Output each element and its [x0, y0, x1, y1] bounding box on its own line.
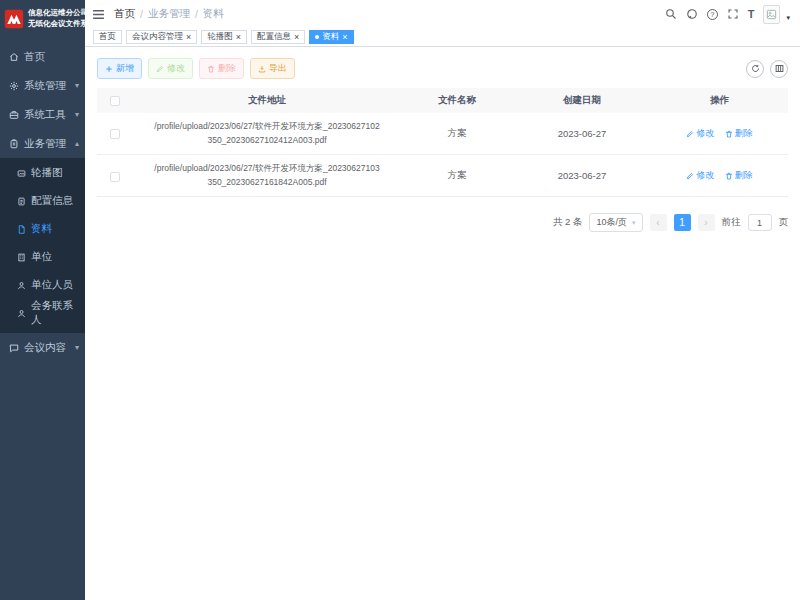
app-title: 信息化运维分公司 无纸化会议文件系统: [28, 8, 96, 30]
sidebar-item-conference-contact[interactable]: 会务联系人: [0, 299, 85, 327]
caret-down-icon[interactable]: ▾: [786, 14, 790, 24]
sidebar-item-carousel[interactable]: 轮播图: [0, 159, 85, 187]
create-date-cell: 2023-06-27: [513, 155, 651, 197]
chevron-up-icon: ▴: [75, 139, 79, 148]
sidebar-item-label: 资料: [31, 222, 52, 236]
tab-carousel[interactable]: 轮播图 ×: [201, 30, 247, 44]
active-dot: [315, 35, 319, 39]
font-size-icon[interactable]: T: [748, 8, 755, 20]
sidebar-item-label: 配置信息: [31, 194, 73, 208]
add-button-label: 新增: [116, 62, 134, 75]
sidebar-item-business-mgmt[interactable]: 业务管理 ▴: [0, 129, 85, 158]
refresh-icon[interactable]: [746, 60, 764, 78]
row-edit-label: 修改: [696, 169, 714, 182]
page-number-button[interactable]: 1: [674, 214, 691, 231]
trash-icon: [207, 65, 215, 73]
sidebar-item-label: 业务管理: [24, 137, 66, 151]
toolbar: 新增 修改 删除 导出: [97, 58, 788, 79]
close-icon[interactable]: ×: [342, 33, 347, 42]
app-title-line2: 无纸化会议文件系统: [28, 19, 96, 30]
header-operations: 操作: [651, 88, 788, 113]
row-delete-link[interactable]: 删除: [725, 127, 753, 140]
goto-page-input[interactable]: [748, 214, 772, 231]
breadcrumb-home[interactable]: 首页: [114, 7, 135, 21]
delete-button[interactable]: 删除: [199, 58, 244, 79]
table-header-row: 文件地址 文件名称 创建日期 操作: [97, 88, 788, 113]
sidebar-item-label: 会务联系人: [31, 299, 79, 327]
table-row: /profile/upload/2023/06/27/软件开发环境方案_2023…: [97, 113, 788, 155]
table-row: /profile/upload/2023/06/27/软件开发环境方案_2023…: [97, 155, 788, 197]
chat-icon: [9, 343, 19, 353]
header-file-name: 文件名称: [401, 88, 513, 113]
sidebar-item-system-mgmt[interactable]: 系统管理 ▾: [0, 71, 85, 100]
header-create-date: 创建日期: [513, 88, 651, 113]
tab-label: 轮播图: [207, 31, 233, 43]
row-delete-link[interactable]: 删除: [725, 169, 753, 182]
breadcrumb-separator: /: [140, 8, 143, 20]
operations-cell: 修改 删除: [651, 113, 788, 155]
edit-button[interactable]: 修改: [148, 58, 193, 79]
breadcrumb-business-mgmt: 业务管理: [148, 7, 190, 21]
page-size-value: 10条/页: [596, 216, 627, 229]
logo[interactable]: 信息化运维分公司 无纸化会议文件系统: [0, 0, 85, 38]
select-all-checkbox[interactable]: [110, 96, 120, 106]
app-root: 信息化运维分公司 无纸化会议文件系统 首页 系统管理 ▾ 系统工具 ▾ 业务: [0, 0, 800, 600]
sidebar-item-home[interactable]: 首页: [0, 42, 85, 71]
sidebar-item-label: 首页: [24, 50, 45, 64]
top-navbar: 首页 / 业务管理 / 资料 ? T ▾: [85, 0, 800, 28]
sidebar-item-unit-personnel[interactable]: 单位人员: [0, 271, 85, 299]
avatar[interactable]: [763, 5, 780, 24]
columns-icon[interactable]: [770, 60, 788, 78]
file-path-cell: /profile/upload/2023/06/27/软件开发环境方案_2023…: [133, 113, 401, 155]
fullscreen-icon[interactable]: [727, 8, 739, 20]
row-delete-label: 删除: [735, 127, 753, 140]
page-size-select[interactable]: 10条/页 ▾: [589, 213, 642, 232]
operations-cell: 修改 删除: [651, 155, 788, 197]
sidebar-item-label: 单位: [31, 250, 52, 264]
tab-materials[interactable]: 资料 ×: [309, 30, 353, 44]
contact-icon: [17, 309, 26, 318]
tab-config-info[interactable]: 配置信息 ×: [251, 30, 305, 44]
row-edit-link[interactable]: 修改: [686, 169, 714, 182]
header-checkbox-cell: [97, 88, 133, 113]
tab-label: 会议内容管理: [132, 31, 183, 43]
file-icon: [17, 225, 26, 234]
chevron-down-icon: ▾: [75, 343, 79, 352]
export-button[interactable]: 导出: [250, 58, 295, 79]
prev-page-button[interactable]: ‹: [650, 214, 667, 231]
sidebar-item-label: 系统管理: [24, 79, 66, 93]
breadcrumb-materials: 资料: [203, 7, 224, 21]
row-checkbox[interactable]: [110, 129, 120, 139]
goto-label: 前往: [722, 216, 741, 229]
sidebar-item-config-info[interactable]: 配置信息: [0, 187, 85, 215]
close-icon[interactable]: ×: [236, 33, 241, 42]
sidebar-menu: 首页 系统管理 ▾ 系统工具 ▾ 业务管理 ▴ 轮播图: [0, 38, 85, 362]
materials-table: 文件地址 文件名称 创建日期 操作 /profile/upload/2023/0…: [97, 88, 788, 197]
chevron-down-icon: ▾: [75, 81, 79, 90]
toolbox-icon: [9, 110, 19, 120]
sidebar-item-system-tools[interactable]: 系统工具 ▾: [0, 100, 85, 129]
github-icon[interactable]: [686, 8, 698, 20]
tab-home[interactable]: 首页: [93, 30, 122, 44]
row-delete-label: 删除: [735, 169, 753, 182]
sidebar-item-label: 系统工具: [24, 108, 66, 122]
sidebar-item-label: 轮播图: [31, 166, 63, 180]
sidebar-item-unit[interactable]: 单位: [0, 243, 85, 271]
help-icon[interactable]: ?: [707, 9, 718, 20]
sidebar-item-materials[interactable]: 资料: [0, 215, 85, 243]
tab-meeting-content-mgmt[interactable]: 会议内容管理 ×: [126, 30, 197, 44]
search-icon[interactable]: [665, 8, 677, 20]
row-checkbox[interactable]: [110, 172, 120, 182]
image-icon: [17, 169, 26, 178]
gear-icon: [9, 81, 19, 91]
next-page-button[interactable]: ›: [698, 214, 715, 231]
close-icon[interactable]: ×: [294, 33, 299, 42]
row-edit-link[interactable]: 修改: [686, 127, 714, 140]
clipboard-icon: [9, 139, 19, 149]
main-area: 首页 / 业务管理 / 资料 ? T ▾ 首页 会议内容管理: [85, 0, 800, 600]
add-button[interactable]: 新增: [97, 58, 142, 79]
row-checkbox-cell: [97, 155, 133, 197]
sidebar-item-meeting-content[interactable]: 会议内容 ▾: [0, 333, 85, 362]
file-name-cell: 方案: [401, 155, 513, 197]
close-icon[interactable]: ×: [186, 33, 191, 42]
